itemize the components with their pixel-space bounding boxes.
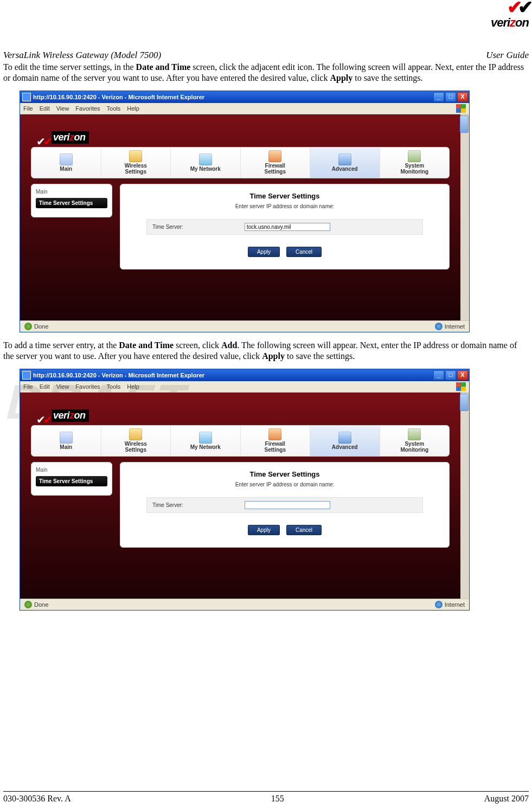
side-time-server[interactable]: Time Server Settings (36, 198, 107, 208)
tab-firewall[interactable]: FirewallSettings (241, 147, 311, 178)
content-card: Time Server Settings Enter server IP add… (120, 462, 450, 548)
verizon-brand: ✔✔ verizon (31, 399, 450, 422)
status-right: Internet (445, 323, 465, 330)
cancel-button[interactable]: Cancel (286, 247, 322, 257)
form-row: Time Server: (146, 219, 423, 235)
footer-center: 155 (271, 794, 284, 804)
tab-system[interactable]: SystemMonitoring (380, 147, 450, 178)
time-server-label: Time Server: (152, 224, 245, 230)
minimize-button[interactable]: _ (433, 370, 444, 380)
verizon-logo-top: ✔✔ verizon (491, 4, 529, 30)
wireless-icon (129, 428, 142, 440)
tab-firewall[interactable]: FirewallSettings (241, 426, 311, 456)
card-sub: Enter server IP address or domain name: (130, 203, 439, 209)
close-button[interactable]: X (457, 92, 468, 102)
window-title: http://10.16.90.10:2420 - Verizon - Micr… (33, 372, 204, 378)
side-main[interactable]: Main (36, 467, 107, 473)
side-panel: Main Time Server Settings (31, 184, 112, 217)
tab-main[interactable]: Main (31, 147, 101, 178)
tab-network[interactable]: My Network (171, 147, 241, 178)
verizon-brand: ✔✔ verizon (31, 121, 450, 144)
side-time-server[interactable]: Time Server Settings (36, 476, 107, 486)
main-icon (60, 432, 73, 444)
menu-tools[interactable]: Tools (107, 383, 121, 390)
main-icon (60, 153, 73, 165)
tab-system[interactable]: SystemMonitoring (380, 426, 450, 456)
screenshot-edit: http://10.16.90.10:2420 - Verizon - Micr… (20, 91, 470, 332)
card-title: Time Server Settings (130, 192, 439, 200)
tab-main[interactable]: Main (31, 426, 101, 456)
done-icon (24, 323, 32, 330)
form-row: Time Server: (146, 497, 423, 513)
maximize-button[interactable]: □ (445, 92, 456, 102)
top-nav: Main WirelessSettings My Network Firewal… (31, 425, 450, 457)
advanced-icon (338, 432, 351, 444)
menu-favorites[interactable]: Favorites (75, 383, 100, 390)
menu-file[interactable]: File (23, 105, 33, 112)
windows-logo-icon (456, 382, 466, 391)
close-button[interactable]: X (457, 370, 468, 380)
menu-file[interactable]: File (23, 383, 33, 390)
window-title: http://10.16.90.10:2420 - Verizon - Micr… (33, 94, 204, 100)
done-icon (24, 601, 32, 608)
doc-title-right: User Guide (486, 50, 529, 61)
advanced-icon (338, 153, 351, 165)
apply-button[interactable]: Apply (248, 247, 280, 257)
status-left: Done (34, 323, 48, 330)
network-icon (199, 432, 212, 444)
menubar: File Edit View Favorites Tools Help (20, 381, 469, 393)
cancel-button[interactable]: Cancel (286, 525, 322, 535)
top-nav: Main WirelessSettings My Network Firewal… (31, 147, 450, 178)
menu-help[interactable]: Help (127, 383, 139, 390)
network-icon (199, 153, 212, 165)
tab-advanced[interactable]: Advanced (310, 147, 380, 178)
tab-wireless[interactable]: WirelessSettings (101, 147, 171, 178)
menu-favorites[interactable]: Favorites (75, 105, 100, 112)
wireless-icon (129, 150, 142, 162)
menu-help[interactable]: Help (127, 105, 139, 112)
scrollbar-thumb[interactable] (460, 394, 469, 411)
time-server-input[interactable] (245, 223, 330, 231)
status-left: Done (34, 601, 48, 608)
windows-logo-icon (456, 104, 466, 113)
internet-icon (435, 323, 443, 330)
window-titlebar: http://10.16.90.10:2420 - Verizon - Micr… (20, 91, 469, 103)
tab-wireless[interactable]: WirelessSettings (101, 426, 171, 456)
doc-title-left: VersaLink Wireless Gateway (Model 7500) (3, 50, 161, 61)
statusbar: Done Internet (20, 599, 469, 610)
menu-edit[interactable]: Edit (40, 383, 50, 390)
system-icon (408, 150, 421, 162)
firewall-icon (268, 150, 281, 162)
time-server-label: Time Server: (152, 502, 245, 508)
apply-button[interactable]: Apply (248, 525, 280, 535)
tab-advanced[interactable]: Advanced (310, 426, 380, 456)
maximize-button[interactable]: □ (445, 370, 456, 380)
ie-icon (22, 93, 31, 101)
content-card: Time Server Settings Enter server IP add… (120, 184, 450, 269)
window-titlebar: http://10.16.90.10:2420 - Verizon - Micr… (20, 369, 469, 381)
paragraph-2: To add a time server entry, at the Date … (3, 340, 529, 362)
scrollbar-thumb[interactable] (460, 115, 469, 133)
tab-network[interactable]: My Network (171, 426, 241, 456)
doc-header: VersaLink Wireless Gateway (Model 7500) … (3, 50, 529, 61)
menubar: File Edit View Favorites Tools Help (20, 103, 469, 114)
time-server-input[interactable] (245, 501, 330, 509)
side-main[interactable]: Main (36, 189, 107, 195)
menu-edit[interactable]: Edit (40, 105, 50, 112)
status-right: Internet (445, 601, 465, 608)
ie-icon (22, 371, 31, 380)
system-icon (408, 428, 421, 440)
menu-view[interactable]: View (56, 383, 69, 390)
card-title: Time Server Settings (130, 470, 439, 478)
footer-right: August 2007 (484, 794, 529, 804)
footer-left: 030-300536 Rev. A (3, 794, 71, 804)
card-sub: Enter server IP address or domain name: (130, 481, 439, 487)
side-panel: Main Time Server Settings (31, 462, 112, 496)
minimize-button[interactable]: _ (433, 92, 444, 102)
screenshot-add: http://10.16.90.10:2420 - Verizon - Micr… (20, 369, 470, 611)
internet-icon (435, 601, 443, 608)
page-footer: 030-300536 Rev. A 155 August 2007 (3, 791, 529, 804)
menu-view[interactable]: View (56, 105, 69, 112)
menu-tools[interactable]: Tools (107, 105, 121, 112)
statusbar: Done Internet (20, 320, 469, 332)
